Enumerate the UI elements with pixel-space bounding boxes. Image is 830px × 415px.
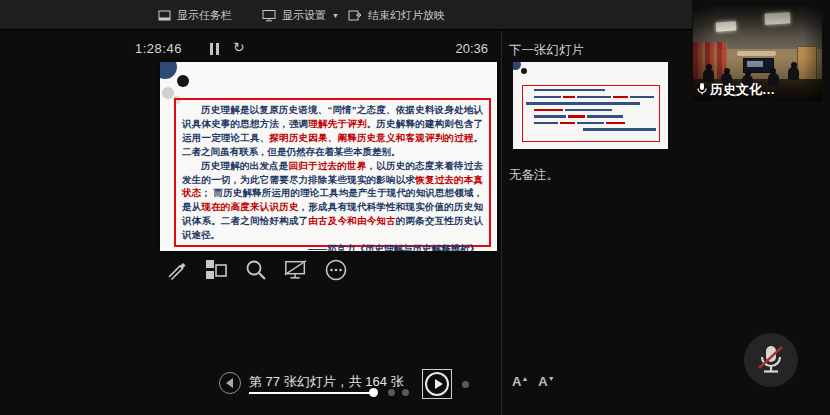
- current-time: 20:36: [448, 41, 488, 56]
- increase-text-size-button[interactable]: A▲: [512, 374, 528, 389]
- slide-paragraph-1: 历史理解是以复原历史语境、“同情”之态度、依据史料设身处地认识具体史事的思想方法…: [182, 103, 483, 159]
- zoom-slide-button[interactable]: [244, 258, 268, 282]
- video-call-overlay[interactable]: 历史文化…: [693, 6, 822, 101]
- arrow-right-icon: [435, 379, 443, 389]
- thumbnail-text-box: [522, 85, 660, 142]
- arrow-left-icon: [226, 378, 233, 388]
- participant-label: 历史文化…: [710, 81, 775, 99]
- slide-decoration-circle: [160, 62, 177, 79]
- end-slideshow-button[interactable]: 结束幻灯片放映: [348, 0, 445, 30]
- end-slideshow-icon: [348, 9, 362, 22]
- next-button-focus-ring: [422, 369, 452, 399]
- show-taskbar-button[interactable]: 显示任务栏: [158, 0, 232, 30]
- display-settings-label: 显示设置: [282, 8, 326, 23]
- decrease-text-size-button[interactable]: A▼: [538, 374, 554, 389]
- pen-tool-button[interactable]: [164, 258, 188, 282]
- slide-progress-bar[interactable]: [249, 392, 373, 394]
- see-all-slides-button[interactable]: [204, 258, 228, 282]
- participant-name-bar: 历史文化…: [696, 81, 775, 99]
- slide-progress-thumb[interactable]: [369, 388, 378, 397]
- notes-font-controls: A▲ A▼: [512, 374, 555, 389]
- presenter-toolbar: 显示任务栏 显示设置 ▼ 结束幻灯片放映: [0, 0, 692, 30]
- caret-up-icon: ▲: [521, 375, 528, 382]
- panel-divider: [501, 31, 502, 415]
- slide-attribution: ——邓京力《历史理解与历史解释辨析》: [182, 242, 483, 251]
- restart-timer-button[interactable]: ↻: [233, 39, 245, 55]
- slide-decoration-circle: [162, 87, 174, 99]
- display-settings-button[interactable]: 显示设置 ▼: [262, 0, 339, 30]
- progress-dot: [402, 389, 409, 396]
- black-screen-button[interactable]: [284, 258, 308, 282]
- more-options-button[interactable]: [324, 258, 348, 282]
- slide-decoration-circle: [513, 62, 521, 70]
- previous-slide-button[interactable]: [219, 372, 241, 394]
- slide-decoration-circle: [521, 68, 527, 74]
- notes-text: 无备注。: [509, 167, 559, 184]
- microphone-muted-icon: [756, 343, 786, 377]
- next-slide-button[interactable]: [425, 372, 449, 396]
- monitor-icon: [262, 9, 276, 22]
- elapsed-timer: 1:28:46: [135, 41, 182, 56]
- end-slideshow-label: 结束幻灯片放映: [368, 8, 445, 23]
- pause-timer-button[interactable]: [210, 43, 222, 55]
- progress-dot: [388, 389, 395, 396]
- taskbar-icon: [158, 9, 171, 22]
- slide-text-box: 历史理解是以复原历史语境、“同情”之态度、依据史料设身处地认识具体史事的思想方法…: [174, 98, 491, 247]
- slide-decoration-circle: [177, 75, 189, 87]
- next-slide-thumbnail: [513, 62, 668, 149]
- show-taskbar-label: 显示任务栏: [177, 8, 232, 23]
- microphone-icon: [696, 82, 708, 99]
- annotation-toolbar: [164, 258, 348, 282]
- microphone-mute-button[interactable]: [744, 333, 798, 387]
- progress-dot: [462, 381, 469, 388]
- next-slide-panel-title: 下一张幻灯片: [509, 42, 584, 59]
- slide-position-label: 第 77 张幻灯片，共 164 张: [249, 373, 404, 391]
- caret-down-icon: ▼: [548, 375, 555, 382]
- chevron-down-icon: ▼: [332, 12, 339, 19]
- presenter-view: 显示任务栏 显示设置 ▼ 结束幻灯片放映 1:28:46 ↻ 20:36 历史理…: [0, 0, 830, 415]
- current-slide-stage[interactable]: 历史理解是以复原历史语境、“同情”之态度、依据史料设身处地认识具体史事的思想方法…: [160, 62, 497, 251]
- slide-paragraph-2: 历史理解的出发点是回归于过去的世界，以历史的态度来看待过去发生的一切，为此它需要…: [182, 159, 483, 242]
